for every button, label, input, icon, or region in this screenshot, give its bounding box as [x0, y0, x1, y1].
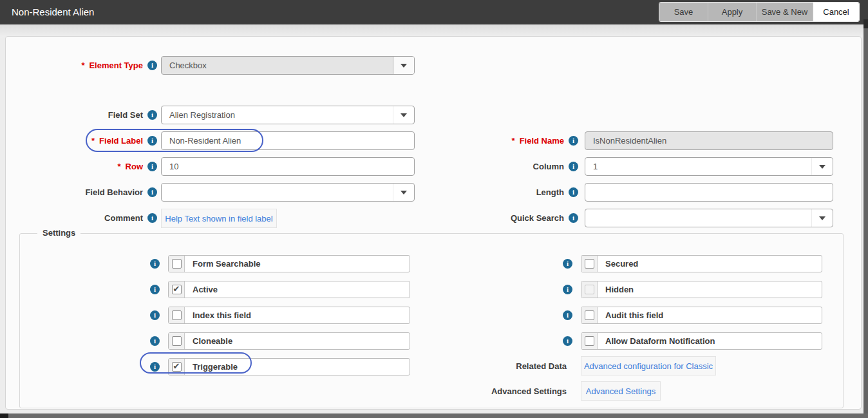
caret-box — [393, 106, 414, 124]
advanced-configuration-for-classic-button[interactable]: Advanced configuration for Classic — [581, 356, 716, 375]
active-checkbox[interactable] — [172, 285, 182, 294]
index-this-field-row: Index this field — [168, 307, 410, 324]
form-searchable-checkbox[interactable] — [172, 259, 182, 269]
form-searchable-label: Form Searchable — [185, 256, 261, 272]
caret-box — [393, 57, 414, 74]
info-icon[interactable] — [147, 110, 157, 120]
caret-box — [811, 158, 833, 175]
field-behavior-label: Field Behavior — [85, 187, 143, 197]
audit-this-field-checkbox[interactable] — [585, 310, 594, 320]
field-set-select[interactable]: Alien Registration — [161, 106, 415, 124]
length-label-cell: Length — [444, 183, 578, 202]
info-icon[interactable] — [563, 310, 572, 320]
field-set-label: Field Set — [108, 110, 143, 120]
column-selected-value: 1 — [593, 158, 598, 175]
index-this-field-checkbox[interactable] — [172, 310, 182, 320]
scrollbar-corner — [0, 413, 8, 418]
triggerable-checkbox[interactable] — [172, 362, 182, 372]
comment-label-cell: Comment — [19, 209, 157, 227]
info-icon[interactable] — [563, 285, 572, 294]
info-icon[interactable] — [147, 136, 157, 146]
field-label-input[interactable] — [161, 131, 415, 150]
triggerable-label: Triggerable — [185, 359, 238, 375]
info-icon[interactable] — [150, 259, 160, 269]
cancel-button[interactable]: Cancel — [813, 3, 859, 21]
caret-box — [393, 184, 414, 201]
column-label: Column — [533, 162, 564, 171]
row-label: Row — [126, 162, 143, 171]
info-icon[interactable] — [569, 162, 578, 171]
info-icon[interactable] — [563, 336, 572, 346]
allow-dataform-notification-checkbox[interactable] — [585, 336, 594, 346]
element-type-selected-value: Checkbox — [169, 57, 207, 74]
column-select[interactable]: 1 — [585, 157, 833, 176]
required-asterisk: * — [81, 61, 84, 70]
info-icon[interactable] — [147, 61, 157, 70]
info-icon[interactable] — [150, 310, 160, 320]
header-shade — [0, 24, 868, 37]
info-icon[interactable] — [147, 162, 157, 171]
save-and-new-button[interactable]: Save & New — [756, 3, 813, 21]
info-icon[interactable] — [147, 187, 157, 197]
info-icon[interactable] — [150, 336, 160, 346]
related-data-label: Related Data — [386, 356, 567, 375]
quick-search-select[interactable] — [585, 209, 833, 227]
chevron-down-icon — [401, 113, 407, 117]
vertical-scrollbar-track[interactable] — [863, 19, 868, 28]
page-title: Non-Resident Alien — [12, 0, 94, 24]
length-label: Length — [536, 187, 564, 197]
comment-label: Comment — [104, 213, 143, 223]
info-icon[interactable] — [150, 362, 160, 372]
required-asterisk: * — [117, 162, 120, 171]
form-searchable-row: Form Searchable — [168, 255, 410, 272]
length-input[interactable] — [585, 183, 833, 202]
checkbox-cell — [169, 281, 185, 298]
advanced-settings-label: Advanced Settings — [386, 381, 567, 401]
chevron-down-icon — [819, 165, 826, 169]
save-button[interactable]: Save — [659, 3, 708, 21]
field-behavior-select[interactable] — [161, 183, 415, 202]
checkbox-cell — [169, 256, 185, 272]
quick-search-label-cell: Quick Search — [444, 209, 578, 227]
triggerable-row: Triggerable — [168, 358, 410, 375]
element-type-label: Element Type — [89, 61, 143, 70]
field-name-label: Field Name — [520, 136, 564, 146]
info-icon[interactable] — [150, 285, 160, 294]
apply-button[interactable]: Apply — [708, 3, 756, 21]
row-input[interactable] — [161, 157, 415, 176]
checkbox-cell — [169, 333, 185, 349]
titlebar: Non-Resident Alien Save Apply Save & New… — [0, 0, 868, 24]
active-label: Active — [185, 281, 218, 298]
chevron-down-icon — [401, 64, 407, 68]
checkbox-cell — [169, 307, 185, 323]
vertical-scrollbar[interactable] — [863, 19, 868, 418]
cloneable-row: Cloneable — [168, 332, 410, 350]
horizontal-scrollbar[interactable] — [0, 413, 868, 418]
checkbox-cell — [581, 307, 598, 323]
hidden-checkbox — [585, 285, 594, 294]
checkbox-cell — [581, 281, 598, 298]
field-label-label-cell: * Field Label — [19, 131, 157, 150]
field-set-selected-value: Alien Registration — [169, 106, 235, 124]
info-icon[interactable] — [569, 187, 578, 197]
checkbox-cell — [169, 359, 185, 375]
advanced-settings-button[interactable]: Advanced Settings — [581, 381, 661, 401]
caret-box — [811, 209, 833, 227]
info-icon[interactable] — [569, 136, 578, 146]
required-asterisk: * — [91, 136, 95, 146]
cloneable-checkbox[interactable] — [172, 336, 182, 346]
field-set-label-cell: Field Set — [19, 106, 157, 124]
info-icon[interactable] — [147, 213, 157, 223]
element-type-select[interactable]: Checkbox — [161, 56, 415, 75]
secured-checkbox[interactable] — [585, 259, 594, 269]
comment-help-text-button[interactable]: Help Text shown in field label — [161, 209, 277, 228]
chevron-down-icon — [819, 216, 826, 220]
secured-label: Secured — [598, 256, 638, 272]
column-label-cell: Column — [444, 157, 578, 176]
element-type-label-cell: * Element Type — [19, 56, 157, 75]
field-behavior-label-cell: Field Behavior — [19, 183, 157, 202]
chevron-down-icon — [401, 191, 407, 195]
info-icon[interactable] — [563, 259, 572, 269]
cloneable-label: Cloneable — [185, 333, 232, 349]
info-icon[interactable] — [569, 213, 578, 223]
